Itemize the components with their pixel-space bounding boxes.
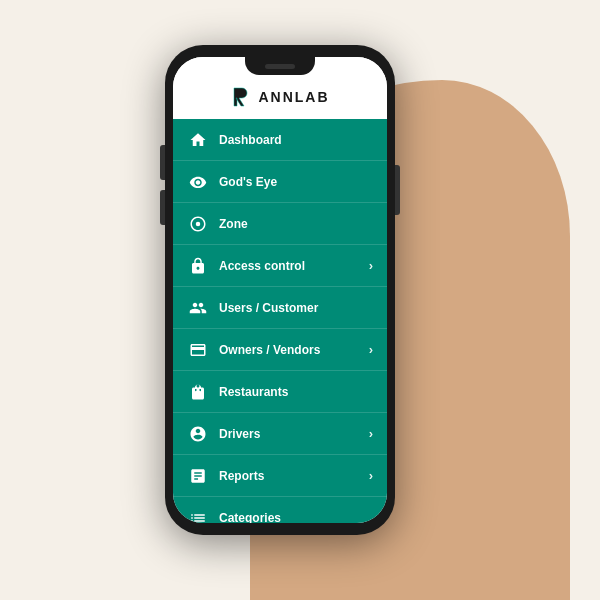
menu-item-access-control[interactable]: Access control ›: [173, 245, 387, 287]
menu-label-drivers: Drivers: [219, 427, 369, 441]
menu-label-users: Users / Customer: [219, 301, 373, 315]
menu-label-zone: Zone: [219, 217, 373, 231]
volume-down-button: [160, 190, 165, 225]
menu-label-reports: Reports: [219, 469, 369, 483]
menu-item-dashboard[interactable]: Dashboard: [173, 119, 387, 161]
menu-item-users[interactable]: Users / Customer: [173, 287, 387, 329]
home-icon: [187, 129, 209, 151]
list-icon: [187, 507, 209, 524]
menu-list: Dashboard God's Eye Zone: [173, 119, 387, 523]
owners-arrow: ›: [369, 342, 373, 357]
menu-label-gods-eye: God's Eye: [219, 175, 373, 189]
phone-shell: ANNLAB Dashboard God's Eye: [165, 45, 395, 535]
logo-icon: [230, 85, 254, 109]
menu-label-restaurants: Restaurants: [219, 385, 373, 399]
speaker: [265, 64, 295, 69]
svg-point-0: [196, 221, 201, 226]
power-button: [395, 165, 400, 215]
volume-up-button: [160, 145, 165, 180]
eye-icon: [187, 171, 209, 193]
bag-icon: [187, 381, 209, 403]
menu-item-restaurants[interactable]: Restaurants: [173, 371, 387, 413]
menu-item-owners[interactable]: Owners / Vendors ›: [173, 329, 387, 371]
menu-label-categories: Categories: [219, 511, 373, 524]
driver-icon: [187, 423, 209, 445]
app-logo: ANNLAB: [230, 85, 329, 109]
logo-text: ANNLAB: [258, 89, 329, 105]
notch: [245, 57, 315, 75]
scene: ANNLAB Dashboard God's Eye: [0, 0, 600, 600]
target-icon: [187, 213, 209, 235]
drivers-arrow: ›: [369, 426, 373, 441]
reports-arrow: ›: [369, 468, 373, 483]
menu-label-dashboard: Dashboard: [219, 133, 373, 147]
phone-screen: ANNLAB Dashboard God's Eye: [173, 57, 387, 523]
menu-item-gods-eye[interactable]: God's Eye: [173, 161, 387, 203]
menu-item-reports[interactable]: Reports ›: [173, 455, 387, 497]
chart-icon: [187, 465, 209, 487]
menu-item-zone[interactable]: Zone: [173, 203, 387, 245]
menu-item-categories[interactable]: Categories: [173, 497, 387, 523]
card-icon: [187, 339, 209, 361]
access-control-arrow: ›: [369, 258, 373, 273]
menu-label-owners: Owners / Vendors: [219, 343, 369, 357]
menu-label-access-control: Access control: [219, 259, 369, 273]
menu-item-drivers[interactable]: Drivers ›: [173, 413, 387, 455]
lock-icon: [187, 255, 209, 277]
users-icon: [187, 297, 209, 319]
